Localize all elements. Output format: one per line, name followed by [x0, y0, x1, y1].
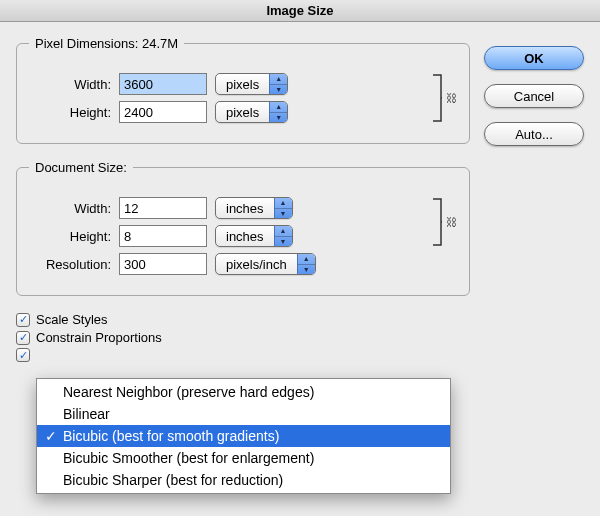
scale-styles-label: Scale Styles	[36, 312, 108, 327]
px-height-unit-label: pixels	[216, 102, 269, 122]
stepper-icon: ▲▼	[269, 102, 287, 122]
px-height-label: Height:	[29, 105, 111, 120]
document-size-group: Document Size: Width: inches ▲▼ Height:	[16, 160, 470, 296]
main-panel: Pixel Dimensions: 24.7M Width: pixels ▲▼…	[16, 36, 470, 365]
resample-option[interactable]: Bilinear	[37, 403, 450, 425]
cancel-button[interactable]: Cancel	[484, 84, 584, 108]
auto-button[interactable]: Auto...	[484, 122, 584, 146]
doc-height-unit-select[interactable]: inches ▲▼	[215, 225, 293, 247]
resample-checkbox[interactable]: ✓	[16, 348, 30, 362]
doc-width-unit-select[interactable]: inches ▲▼	[215, 197, 293, 219]
resample-option[interactable]: Bicubic Smoother (best for enlargement)	[37, 447, 450, 469]
stepper-icon: ▲▼	[274, 226, 292, 246]
stepper-icon: ▲▼	[269, 74, 287, 94]
stepper-icon: ▲▼	[274, 198, 292, 218]
px-width-label: Width:	[29, 77, 111, 92]
document-size-legend: Document Size:	[29, 160, 133, 175]
constrain-proportions-label: Constrain Proportions	[36, 330, 162, 345]
stepper-icon: ▲▼	[297, 254, 315, 274]
doc-height-label: Height:	[29, 229, 111, 244]
resample-option-label: Bicubic (best for smooth gradients)	[63, 428, 279, 444]
window-title: Image Size	[0, 0, 600, 22]
resample-option-label: Bicubic Smoother (best for enlargement)	[63, 450, 314, 466]
resolution-label: Resolution:	[29, 257, 111, 272]
ok-button[interactable]: OK	[484, 46, 584, 70]
doc-height-unit-label: inches	[216, 226, 274, 246]
resolution-unit-select[interactable]: pixels/inch ▲▼	[215, 253, 316, 275]
px-width-input[interactable]	[119, 73, 207, 95]
checkmark-icon: ✓	[45, 428, 57, 444]
resample-option[interactable]: Nearest Neighbor (preserve hard edges)	[37, 381, 450, 403]
doc-width-unit-label: inches	[216, 198, 274, 218]
constrain-proportions-checkbox[interactable]: ✓	[16, 331, 30, 345]
resample-option[interactable]: Bicubic Sharper (best for reduction)	[37, 469, 450, 491]
doc-width-label: Width:	[29, 201, 111, 216]
px-width-unit-label: pixels	[216, 74, 269, 94]
resample-dropdown-menu[interactable]: Nearest Neighbor (preserve hard edges)Bi…	[36, 378, 451, 494]
resolution-unit-label: pixels/inch	[216, 254, 297, 274]
resample-option-label: Bicubic Sharper (best for reduction)	[63, 472, 283, 488]
px-width-unit-select[interactable]: pixels ▲▼	[215, 73, 288, 95]
doc-height-input[interactable]	[119, 225, 207, 247]
px-height-input[interactable]	[119, 101, 207, 123]
side-buttons: OK Cancel Auto...	[484, 36, 584, 146]
constrain-link-icon: ⛓	[431, 195, 457, 249]
resample-option-label: Bilinear	[63, 406, 110, 422]
pixel-dimensions-group: Pixel Dimensions: 24.7M Width: pixels ▲▼…	[16, 36, 470, 144]
scale-styles-checkbox[interactable]: ✓	[16, 313, 30, 327]
constrain-link-icon: ⛓	[431, 71, 457, 125]
resolution-input[interactable]	[119, 253, 207, 275]
resample-option-label: Nearest Neighbor (preserve hard edges)	[63, 384, 314, 400]
px-height-unit-select[interactable]: pixels ▲▼	[215, 101, 288, 123]
pixel-dimensions-legend: Pixel Dimensions: 24.7M	[29, 36, 184, 51]
doc-width-input[interactable]	[119, 197, 207, 219]
resample-option[interactable]: ✓Bicubic (best for smooth gradients)	[37, 425, 450, 447]
